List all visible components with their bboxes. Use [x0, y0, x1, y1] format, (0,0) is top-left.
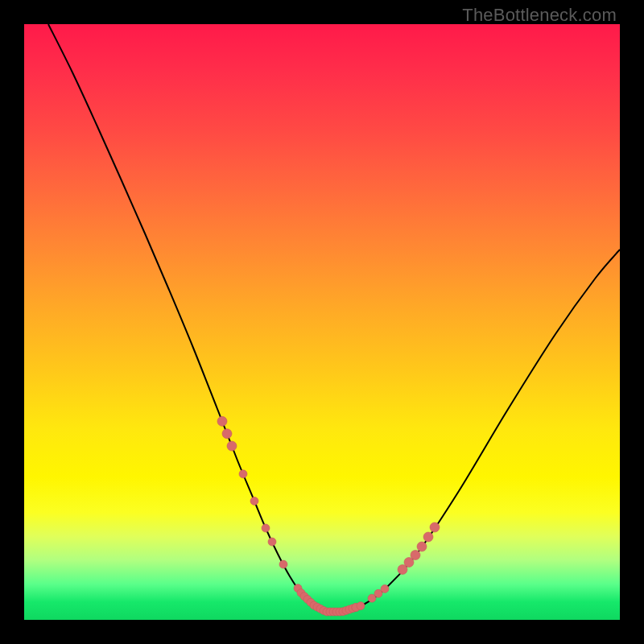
- curve-dot: [430, 522, 440, 532]
- curve-dot: [417, 542, 427, 551]
- curve-dot: [411, 551, 420, 560]
- curve-dot: [381, 584, 389, 592]
- curve-dot: [222, 429, 232, 439]
- curve-dot: [268, 538, 276, 546]
- curve-dot: [262, 524, 270, 532]
- curve-dot: [279, 560, 287, 568]
- curve-dot: [217, 416, 227, 426]
- curve-markers: [217, 416, 440, 616]
- curve-dot: [227, 441, 237, 451]
- curve-dot: [250, 497, 258, 505]
- curve-dot: [423, 532, 433, 542]
- chart-svg: [24, 24, 620, 620]
- plot-frame: [24, 24, 620, 620]
- curve-dot: [357, 602, 365, 610]
- attribution-text: TheBottleneck.com: [462, 5, 617, 26]
- curve-dot: [239, 470, 247, 478]
- bottleneck-curve: [48, 24, 620, 613]
